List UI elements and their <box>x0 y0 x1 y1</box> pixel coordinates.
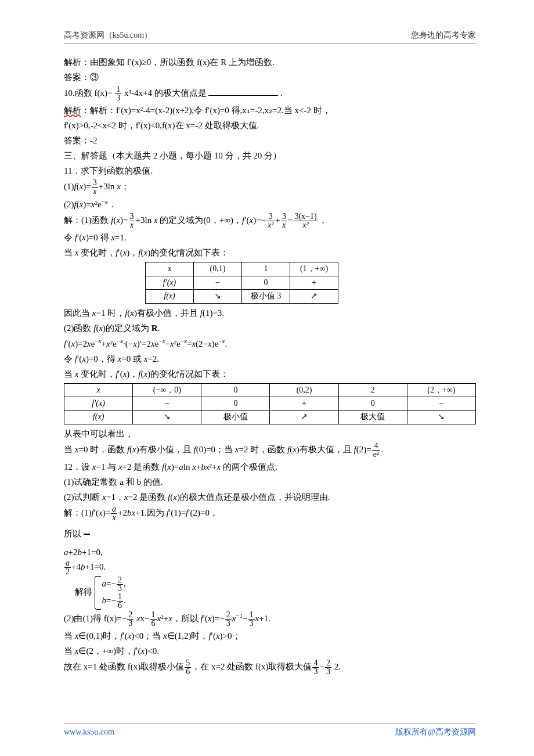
brace-system <box>84 534 91 535</box>
section-3-title: 三、解答题（本大题共 2 小题，每小题 10 分，共 20 分） <box>64 149 476 163</box>
table-row: f′(x) − 0 + <box>146 276 338 289</box>
table-row: x (0,1) 1 (1，+∞) <box>146 262 338 276</box>
page-footer: www.ks5u.com 版权所有@高考资源网 <box>64 723 476 739</box>
q12-sol-2a: (2)由(1)得 f(x)=−23 xx−16x²+x，所以 f′(x)=−23… <box>64 611 476 628</box>
frac-1-3: 1 3 <box>115 85 121 102</box>
footer-copyright: 版权所有@高考资源网 <box>395 726 476 739</box>
header-right: 您身边的高考专家 <box>411 29 476 42</box>
q12-sol-2d: 故在 x=1 处函数 f(x)取得极小值56，在 x=2 处函数 f(x)取得极… <box>64 659 476 676</box>
q10-analysis-1: 解析：解析：f′(x)=x²-4=(x-2)(x+2),令 f′(x)=0 得,… <box>64 103 476 117</box>
table-row: x (−∞，0) 0 (0,2) 2 (2，+∞) <box>64 383 476 397</box>
content: 解析：由图象知 f′(x)≥0，所以函数 f(x)在 R 上为增函数. 答案：③… <box>64 55 476 675</box>
q11-title: 11．求下列函数的极值. <box>64 164 476 178</box>
table-1: x (0,1) 1 (1，+∞) f′(x) − 0 + f(x) ↘ 极小值 … <box>145 262 338 303</box>
q12-system: 所以 <box>64 527 476 541</box>
q11-sol-2c: 令 f′(x)=0，得 x=0 或 x=2. <box>64 352 476 366</box>
q11-sol-1a: 解：(1)函数 f(x)=3x+3ln x 的定义域为(0，+∞)，f′(x)=… <box>64 213 476 229</box>
q12-sol-2b: 当 x∈(0,1)时，f′(x)<0；当 x∈(1,2)时，f′(x)>0； <box>64 629 476 643</box>
q11-part1: (1)f(x)=3x+3ln x； <box>64 179 476 196</box>
q10-answer: 答案：-2 <box>64 134 476 147</box>
brace-result: a=−23, b=−16. <box>95 576 126 610</box>
table-row: f(x) ↘ 极小值 ↗ 极大值 ↘ <box>64 411 476 424</box>
q10-analysis-2: f′(x)>0,-2<x<2 时，f′(x)<0,f(x)在 x=-2 处取得极… <box>64 118 476 132</box>
footer-url: www.ks5u.com <box>64 726 114 739</box>
table-2: x (−∞，0) 0 (0,2) 2 (2，+∞) f′(x) − 0 + 0 … <box>64 383 476 424</box>
q12-sol-1a: 解：(1)f′(x)=ax+2bx+1.因为 f′(1)=f′(2)=0， <box>64 505 476 522</box>
page: 高考资源网（ks5u.com） 您身边的高考专家 解析：由图象知 f′(x)≥0… <box>0 0 534 756</box>
q11-sol-2a: (2)函数 f(x)的定义域为 R. <box>64 321 476 335</box>
q12-1: (1)试确定常数 a 和 b 的值. <box>64 475 476 489</box>
q11-sol-1c: 当 x 变化时，f′(x)，f(x)的变化情况如下表： <box>64 246 476 260</box>
q11-sol-2f: 当 x=0 时，函数 f(x)有极小值，且 f(0)=0；当 x=2 时，函数 … <box>64 442 476 459</box>
q11-part2: (2)f(x)=x²e−x． <box>64 197 476 211</box>
q12-2: (2)试判断 x=1，x=2 是函数 f(x)的极大值点还是极小值点，并说明理由… <box>64 490 476 504</box>
q12-sol-2c: 当 x∈(2，+∞)时，f′(x)<0. <box>64 644 476 658</box>
q9-answer: 答案：③ <box>64 70 476 84</box>
q11-sol-2e: 从表中可以看出， <box>64 427 476 441</box>
q12-title: 12．设 x=1 与 x=2 是函数 f(x)=aln x+bx²+x 的两个极… <box>64 460 476 474</box>
answer-blank <box>208 95 278 96</box>
q11-sol-1b: 令 f′(x)=0 得 x=1. <box>64 231 476 244</box>
q11-sol-2d: 当 x 变化时，f′(x)，f(x)的变化情况如下表： <box>64 367 476 381</box>
q11-sol-1d: 因此当 x=1 时，f(x)有极小值，并且 f(1)=3. <box>64 306 476 320</box>
table-row: f(x) ↘ 极小值 3 ↗ <box>146 290 338 303</box>
table-row: f′(x) − 0 + 0 − <box>64 397 476 410</box>
q10-stem: 10.函数 f(x)= 1 3 x³-4x+4 的极大值点是 . <box>64 85 476 102</box>
q9-analysis: 解析：由图象知 f′(x)≥0，所以函数 f(x)在 R 上为增函数. <box>64 55 476 69</box>
page-header: 高考资源网（ks5u.com） 您身边的高考专家 <box>64 29 476 44</box>
header-left: 高考资源网（ks5u.com） <box>64 29 152 42</box>
q11-sol-2b: f′(x)=2xe−x+x²e−x·(−x)′=2xe−x−x²e−x=x(2−… <box>64 336 476 351</box>
